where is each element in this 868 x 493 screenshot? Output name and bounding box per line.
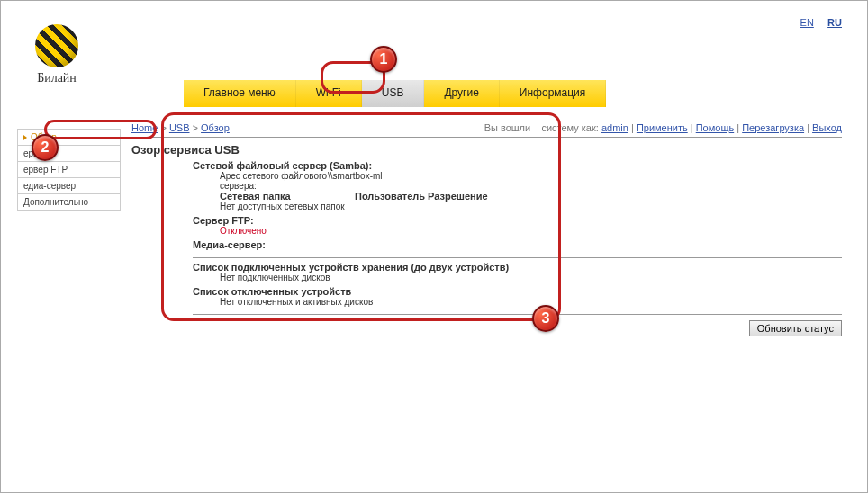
- main-content: Home > USB > Обзор Вы вошли систему как:…: [131, 120, 842, 336]
- link-reboot[interactable]: Перезагрузка: [742, 122, 804, 133]
- conn-title: Список подключенных устройств хранения (…: [193, 262, 842, 273]
- main-nav: Главное меню Wi-Fi USB Другие Информация: [184, 80, 606, 107]
- link-logout[interactable]: Выход: [812, 122, 842, 133]
- divider: [193, 314, 842, 315]
- samba-addr-value: \\smartbox-ml: [328, 171, 383, 191]
- media-title: Медиа-сервер:: [193, 239, 842, 250]
- chevron-right-icon: [23, 135, 27, 140]
- col-net-folder: Сетевая папка: [193, 191, 328, 202]
- no-conn: Нет подключенных дисков: [193, 273, 842, 282]
- login-line: Вы вошли систему как: admin | Применить …: [484, 122, 842, 133]
- link-help[interactable]: Помощь: [696, 122, 735, 133]
- divider: [193, 257, 842, 258]
- language-switch: EN RU: [800, 17, 842, 28]
- logo-icon: [35, 24, 78, 67]
- discon-title: Список отключенных устройств: [193, 286, 842, 297]
- nav-usb[interactable]: USB: [362, 80, 425, 107]
- sidebar-item-media[interactable]: едиа-сервер: [17, 178, 121, 194]
- breadcrumb: Home > USB > Обзор Вы вошли систему как:…: [131, 120, 842, 138]
- sidebar-item-extra[interactable]: Дополнительно: [17, 194, 121, 211]
- lang-en[interactable]: EN: [800, 17, 814, 28]
- no-discon: Нет отключенных и активных дисков: [193, 297, 842, 307]
- ftp-title: Сервер FTP:: [193, 215, 842, 226]
- nav-main[interactable]: Главное меню: [184, 80, 296, 107]
- link-apply[interactable]: Применить: [637, 122, 688, 133]
- no-folders: Нет доступных сетевых папок: [193, 202, 842, 211]
- brand-name: Билайн: [35, 71, 78, 85]
- nav-info[interactable]: Информация: [500, 80, 606, 107]
- sidebar-item-ftp[interactable]: ервер FTP: [17, 162, 121, 178]
- sidebar: Обзор ервер ервер FTP едиа-сервер Дополн…: [17, 129, 121, 336]
- nav-wifi[interactable]: Wi-Fi: [296, 80, 362, 107]
- sidebar-item-server[interactable]: ервер: [17, 146, 121, 162]
- lang-ru[interactable]: RU: [827, 17, 842, 28]
- crumb-overview[interactable]: Обзор: [201, 122, 230, 133]
- link-admin[interactable]: admin: [601, 122, 628, 133]
- samba-title: Сетевой файловый сервер (Samba):: [193, 160, 842, 171]
- crumb-home[interactable]: Home: [131, 122, 158, 133]
- sidebar-item-label: Обзор: [31, 132, 57, 142]
- sidebar-item-overview[interactable]: Обзор: [17, 129, 121, 146]
- nav-other[interactable]: Другие: [424, 80, 499, 107]
- samba-addr-label: Арес сетевого файлового сервера:: [193, 171, 328, 191]
- brand-logo: Билайн: [35, 24, 78, 85]
- ftp-status: Отключено: [193, 226, 842, 236]
- crumb-usb[interactable]: USB: [169, 122, 190, 133]
- col-user-perm: Пользователь Разрешение: [355, 191, 488, 202]
- refresh-button[interactable]: Обновить статус: [749, 320, 842, 336]
- page-title: Озор сервиса USB: [131, 143, 842, 157]
